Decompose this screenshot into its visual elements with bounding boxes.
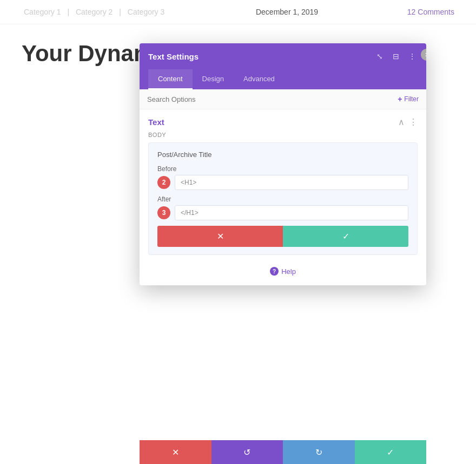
- tab-content[interactable]: Content: [148, 69, 193, 89]
- tab-design[interactable]: Design: [193, 69, 234, 89]
- close-side-icon: ✕: [425, 51, 427, 58]
- card-confirm-icon: ✓: [342, 231, 349, 241]
- text-settings-modal: ✕ Text Settings ⤡ ⊟ ⋮ Content Design Adv…: [140, 43, 426, 285]
- card-actions: ✕ ✓: [157, 226, 408, 247]
- before-label: Before: [157, 165, 408, 173]
- bottom-cancel-icon: ✕: [172, 447, 179, 458]
- top-bar: Category 1 | Category 2 | Category 3 Dec…: [0, 0, 476, 24]
- card-cancel-icon: ✕: [217, 231, 224, 241]
- modal-header: Text Settings ⤡ ⊟ ⋮: [140, 43, 426, 69]
- category-3[interactable]: Category 3: [128, 8, 164, 16]
- post-date: December 1, 2019: [256, 8, 318, 16]
- more-options-icon[interactable]: ⋮: [407, 51, 418, 62]
- categories[interactable]: Category 1 | Category 2 | Category 3: [22, 8, 167, 16]
- after-label: After: [157, 195, 408, 203]
- before-input[interactable]: <H1>: [175, 175, 408, 190]
- category-2[interactable]: Category 2: [76, 8, 113, 16]
- bottom-undo-button[interactable]: ↺: [211, 440, 283, 464]
- bottom-save-icon: ✓: [387, 447, 394, 458]
- collapse-icon[interactable]: ∧: [398, 117, 405, 127]
- after-field-group: After 3 </H1>: [157, 195, 408, 220]
- after-input[interactable]: </H1>: [175, 205, 408, 220]
- bottom-redo-icon: ↻: [315, 447, 322, 458]
- tab-advanced[interactable]: Advanced: [234, 69, 285, 89]
- section-title: Text: [148, 117, 164, 127]
- help-icon: ?: [270, 267, 279, 276]
- bottom-save-button[interactable]: ✓: [355, 440, 427, 464]
- after-badge: 3: [157, 206, 170, 219]
- bottom-cancel-button[interactable]: ✕: [140, 440, 211, 464]
- help-label: Help: [281, 267, 296, 276]
- columns-icon[interactable]: ⊟: [391, 51, 401, 62]
- modal-tabs: Content Design Advanced: [140, 69, 426, 89]
- category-1[interactable]: Category 1: [24, 8, 61, 16]
- search-bar: + Filter: [140, 89, 426, 109]
- modal-header-icons: ⤡ ⊟ ⋮: [374, 51, 418, 62]
- bottom-toolbar: ✕ ↺ ↻ ✓: [140, 440, 426, 464]
- comments-link[interactable]: 12 Comments: [407, 8, 454, 16]
- modal-body: Text ∧ ⋮ Body Post/Archive Title Before …: [140, 109, 426, 285]
- bottom-undo-icon: ↺: [243, 447, 250, 458]
- before-field-group: Before 2 <H1>: [157, 165, 408, 190]
- expand-icon[interactable]: ⤡: [374, 51, 385, 62]
- help-row[interactable]: ? Help: [148, 262, 418, 278]
- card-confirm-button[interactable]: ✓: [283, 226, 408, 247]
- text-section-header: Text ∧ ⋮: [148, 117, 418, 127]
- bottom-redo-button[interactable]: ↻: [283, 440, 355, 464]
- modal-title: Text Settings: [148, 52, 199, 61]
- search-input[interactable]: [147, 95, 398, 103]
- body-label: Body: [148, 132, 418, 138]
- before-badge: 2: [157, 176, 170, 189]
- filter-plus-icon: +: [398, 95, 402, 103]
- section-controls: ∧ ⋮: [398, 117, 418, 127]
- card-cancel-button[interactable]: ✕: [157, 226, 283, 247]
- filter-button[interactable]: + Filter: [398, 95, 419, 103]
- filter-label: Filter: [404, 95, 419, 103]
- dynamic-content-card: Post/Archive Title Before 2 <H1> After 3: [148, 142, 418, 255]
- section-more-icon[interactable]: ⋮: [409, 117, 418, 127]
- dynamic-card-title: Post/Archive Title: [157, 151, 408, 159]
